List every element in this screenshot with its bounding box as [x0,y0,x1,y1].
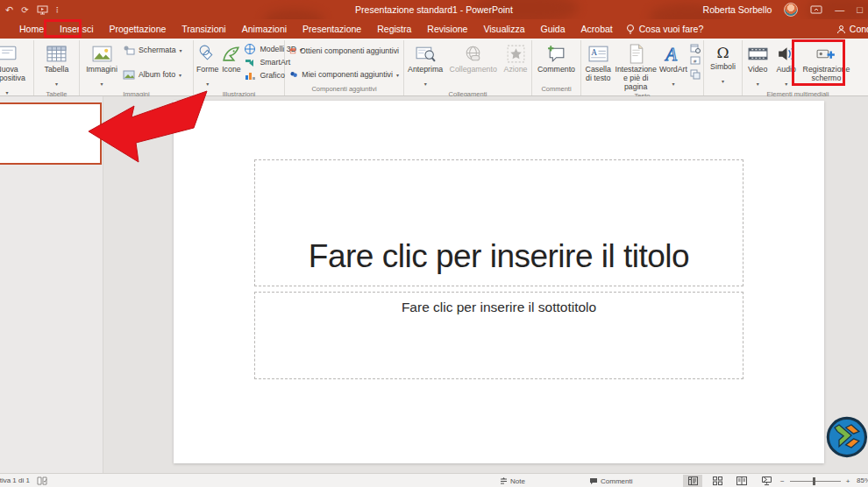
normal-view-icon[interactable] [683,475,702,487]
wordart-button[interactable]: A WordArt [659,41,687,89]
new-slide-button[interactable]: Nuova diapositiva [0,41,34,95]
link-icon [462,43,484,65]
ribbon-group-immagini: Immagini Schermata Album foto Immagini [80,40,194,95]
table-icon [46,43,68,65]
title-bar: Presentazione standard1 - PowerPoint Rob… [0,0,868,19]
dropdown-arrow-icon [100,74,103,89]
zoom-in-button[interactable]: + [846,477,850,485]
zoom-slider[interactable] [790,481,841,482]
chart-icon [244,69,256,81]
svg-text:A: A [591,48,597,57]
tab-transizioni[interactable]: Transizioni [174,19,233,39]
photo-album-icon [123,68,135,81]
tab-presentazione[interactable]: Presentazione [295,19,369,39]
dropdown-arrow-icon [5,82,8,95]
slideshow-view-icon[interactable] [757,475,776,487]
get-addins-button[interactable]: Ottieni componenti aggiuntivi [289,45,399,57]
table-button[interactable]: Tabella [45,41,69,89]
ribbon-group-componenti-aggiuntivi: Ottieni componenti aggiuntivi Miei compo… [285,40,404,95]
photo-album-button[interactable]: Album foto [123,68,182,81]
zoom-preview-icon [415,43,437,65]
header-footer-button[interactable]: Intestazione e piè di pagina [615,41,656,91]
zoom-preview-button[interactable]: Anteprima [407,41,444,89]
spell-check-icon[interactable] [37,476,47,485]
notes-icon [500,477,508,485]
tab-revisione[interactable]: Revisione [419,19,475,39]
text-box-button[interactable]: A Casella di testo [584,41,612,82]
video-button[interactable]: Video [745,41,770,89]
slide-sorter-icon[interactable] [708,475,727,487]
ribbon-tab-bar: Home Inserisci Progettazione Transizioni… [0,19,868,39]
dropdown-arrow-icon [180,46,182,54]
tab-acrobat[interactable]: Acrobat [573,19,621,39]
annotation-box-registrazione-schermo [792,39,845,86]
ribbon-group-diapositive: Nuova diapositiva Diapositive [0,40,34,95]
video-icon [747,43,769,65]
zoom-percentage[interactable]: 85% [857,474,868,487]
dropdown-arrow-icon [396,70,399,79]
date-time-icon[interactable] [690,43,701,53]
link-button: Collegamento [449,41,497,74]
slide-thumbnail[interactable] [0,102,102,165]
tab-progettazione[interactable]: Progettazione [102,19,174,39]
screenshot-icon [123,44,135,56]
subtitle-placeholder[interactable]: Fare clic per inserire il sottotitolo [254,292,743,379]
annotation-box-inserisci [44,19,82,38]
3d-models-icon [244,43,256,55]
dropdown-arrow-icon [757,74,759,89]
shapes-icon [196,43,218,65]
minimize-icon[interactable]: — [835,4,844,15]
share-person-icon [836,25,846,34]
tell-me-search[interactable]: Cosa vuoi fare? [626,24,704,35]
dropdown-arrow-icon [672,74,674,89]
restore-icon[interactable]: □ [857,4,863,15]
tab-guida[interactable]: Guida [533,19,573,39]
new-slide-icon [0,43,18,65]
slide-number-icon[interactable]: # [690,56,701,67]
dropdown-arrow-icon [424,74,427,89]
title-placeholder[interactable]: Fare clic per inserire il titolo [254,159,743,286]
ribbon-group-commenti: Commento Commenti [532,40,581,95]
action-icon [505,43,527,65]
tab-animazioni[interactable]: Animazioni [234,19,295,39]
new-comment-button[interactable]: Commento [537,41,575,74]
my-addins-icon [289,68,298,81]
comments-icon [589,477,598,485]
svg-text:A: A [665,44,678,65]
status-bar: Diapositiva 1 di 1 Note Commenti − + 85% [0,473,868,487]
screenshot-button[interactable]: Schermata [123,44,182,56]
zoom-control: − + [780,474,850,487]
pictures-button[interactable]: Immagini [82,41,121,89]
lightbulb-icon [626,24,635,35]
ribbon: Nuova diapositiva Diapositive Tabella Ta… [0,39,868,96]
workspace: Fare clic per inserire il titolo Fare cl… [0,96,868,473]
ribbon-group-collegamenti: Anteprima Collegamento Azione Collegamen… [404,40,532,95]
zoom-out-button[interactable]: − [780,477,785,485]
icons-icon [220,43,242,65]
zoom-slider-thumb[interactable] [813,477,815,485]
new-comment-icon [545,43,567,65]
text-box-icon: A [587,43,609,65]
avatar[interactable] [784,3,798,17]
wordart-icon: A [662,43,684,65]
icons-button[interactable]: Icone [220,41,242,74]
object-icon[interactable] [690,69,701,80]
tab-registra[interactable]: Registra [369,19,419,39]
ribbon-group-illustrazioni: Forme Icone Modelli 3D SmartArt [194,40,285,95]
powerpoint-window: { "colors": { "titlebar": "#b23b1c", "an… [0,0,868,487]
my-addins-button[interactable]: Miei componenti aggiuntivi [289,68,399,81]
user-name: Roberta Sorbello [703,4,772,15]
reading-view-icon[interactable] [732,475,751,487]
notes-toggle[interactable]: Note [500,474,525,487]
slide-thumbnail-panel[interactable] [0,96,103,473]
shapes-button[interactable]: Forme [196,41,218,89]
symbols-button[interactable]: Ω Simboli [710,41,736,87]
share-button[interactable]: Condividi [836,19,868,39]
smartart-icon [244,56,256,68]
slide-indicator: Diapositiva 1 di 1 [0,474,30,487]
symbols-icon: Ω [716,43,729,62]
tab-visualizza[interactable]: Visualizza [475,19,532,39]
comments-toggle[interactable]: Commenti [589,474,632,487]
ribbon-options-icon[interactable] [810,5,822,14]
dropdown-arrow-icon [179,70,181,79]
